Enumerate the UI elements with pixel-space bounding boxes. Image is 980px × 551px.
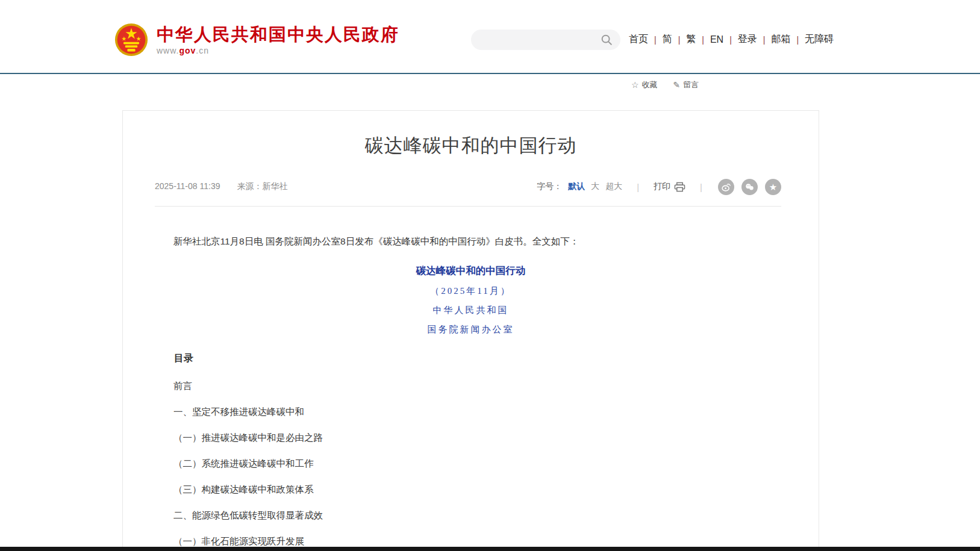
font-size-large[interactable]: 大 xyxy=(591,181,599,192)
share-star-icon: ★ xyxy=(769,182,777,191)
nav-home[interactable]: 首页 xyxy=(629,33,648,46)
nav-simplified-chinese[interactable]: 简 xyxy=(663,33,672,46)
nav-separator: | xyxy=(796,35,799,45)
source-label: 来源： xyxy=(237,181,262,191)
toc-item: （一）推进碳达峰碳中和是必由之路 xyxy=(155,433,787,443)
article-meta: 2025-11-08 11:39 来源：新华社 字号： 默认 大 超大 | 打印 xyxy=(155,178,781,195)
meta-separator: | xyxy=(637,182,639,192)
lead-paragraph: 新华社北京11月8日电 国务院新闻办公室8日发布《碳达峰碳中和的中国行动》白皮书… xyxy=(155,234,787,249)
nav-separator: | xyxy=(702,35,704,45)
site-url: www.gov.cn xyxy=(157,46,399,55)
printer-icon xyxy=(674,182,685,192)
search-box[interactable] xyxy=(471,30,620,50)
url-cn: .cn xyxy=(196,46,209,55)
toc-item: 一、坚定不移推进碳达峰碳中和 xyxy=(155,407,787,417)
favorite-label: 收藏 xyxy=(642,79,658,90)
url-www: www. xyxy=(157,46,179,55)
url-gov: gov xyxy=(179,46,196,55)
nav-separator: | xyxy=(678,35,681,45)
article-card: 碳达峰碳中和的中国行动 2025-11-08 11:39 来源：新华社 字号： … xyxy=(122,110,819,551)
document-date: （2025年11月） xyxy=(155,285,787,297)
article-body: 新华社北京11月8日电 国务院新闻办公室8日发布《碳达峰碳中和的中国行动》白皮书… xyxy=(155,206,787,546)
comment-label: 留言 xyxy=(683,79,699,90)
bottom-bar xyxy=(0,547,980,551)
nav-separator: | xyxy=(654,35,657,45)
toc-heading: 目录 xyxy=(155,352,787,365)
share-wechat-button[interactable] xyxy=(741,179,758,195)
logo-text: 中华人民共和国中央人民政府 www.gov.cn xyxy=(157,25,399,55)
print-button[interactable]: 打印 xyxy=(654,181,685,192)
weibo-icon xyxy=(721,182,731,192)
wechat-icon xyxy=(744,182,755,192)
nav-separator: | xyxy=(729,35,732,45)
nav-english[interactable]: EN xyxy=(710,34,723,45)
nav-login[interactable]: 登录 xyxy=(738,33,757,46)
toc-item: 前言 xyxy=(155,381,787,391)
article-title: 碳达峰碳中和的中国行动 xyxy=(123,133,819,158)
meta-separator: | xyxy=(700,182,702,192)
header-divider xyxy=(0,73,980,74)
toc-item: 二、能源绿色低碳转型取得显著成效 xyxy=(155,511,787,520)
page: 中华人民共和国中央人民政府 www.gov.cn 首页|简|繁|EN|登录|邮箱… xyxy=(0,0,980,551)
nav-accessibility[interactable]: 无障碍 xyxy=(805,33,834,46)
pencil-icon: ✎ xyxy=(673,80,681,90)
source-value: 新华社 xyxy=(262,181,287,191)
meta-right: 字号： 默认 大 超大 | 打印 | xyxy=(537,179,781,195)
toc-item: （三）构建碳达峰碳中和政策体系 xyxy=(155,485,787,494)
font-size-default[interactable]: 默认 xyxy=(568,181,585,192)
share-weibo-button[interactable] xyxy=(718,179,734,195)
source: 来源：新华社 xyxy=(237,181,287,192)
star-icon: ☆ xyxy=(631,80,639,90)
utility-bar: ☆ 收藏 ✎ 留言 xyxy=(631,79,699,90)
search-input[interactable] xyxy=(471,30,600,50)
nav-separator: | xyxy=(763,35,766,45)
document-org-line2: 国务院新闻办公室 xyxy=(155,324,787,335)
nav-mail[interactable]: 邮箱 xyxy=(771,33,790,46)
search-icon[interactable] xyxy=(600,33,613,46)
comment-link[interactable]: ✎ 留言 xyxy=(673,79,699,90)
site-title: 中华人民共和国中央人民政府 xyxy=(157,25,399,44)
font-size-label: 字号： xyxy=(537,181,562,192)
print-label: 打印 xyxy=(654,181,670,192)
site-header: 中华人民共和国中央人民政府 www.gov.cn 首页|简|繁|EN|登录|邮箱… xyxy=(0,0,980,73)
toc-item: （一）非化石能源实现跃升发展 xyxy=(155,537,787,546)
toc-item: （二）系统推进碳达峰碳中和工作 xyxy=(155,459,787,469)
meta-left: 2025-11-08 11:39 来源：新华社 xyxy=(155,181,287,192)
publish-date: 2025-11-08 11:39 xyxy=(155,181,220,192)
nav-traditional-chinese[interactable]: 繁 xyxy=(686,33,696,46)
share-more-button[interactable]: ★ xyxy=(765,179,781,195)
document-org-line1: 中华人民共和国 xyxy=(155,305,787,316)
favorite-link[interactable]: ☆ 收藏 xyxy=(631,79,658,90)
document-title: 碳达峰碳中和的中国行动 xyxy=(155,264,787,278)
font-size-xlarge[interactable]: 超大 xyxy=(605,181,622,192)
top-nav: 首页|简|繁|EN|登录|邮箱|无障碍 xyxy=(629,33,834,46)
national-emblem-icon xyxy=(114,23,148,57)
site-logo[interactable]: 中华人民共和国中央人民政府 www.gov.cn xyxy=(114,23,399,57)
